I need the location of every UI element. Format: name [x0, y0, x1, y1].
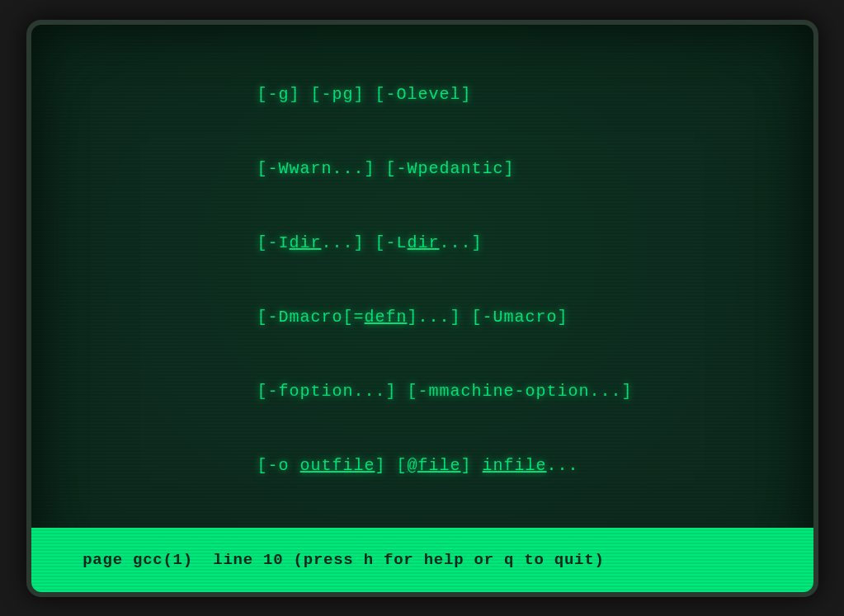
line-text: [-g] [-pg] [-Olevel] [257, 85, 472, 104]
terminal-line: [-Dmacro[=defn]...] [-Umacro] [73, 280, 772, 355]
status-bar-text: page gcc(1) line 10 (press h for help or… [83, 551, 604, 569]
terminal-screen: [-g] [-pg] [-Olevel] [-Wwarn...] [-Wpeda… [31, 25, 813, 528]
line-text: [-o outfile] [@file] infile... [257, 456, 579, 475]
terminal-line: [-g] [-pg] [-Olevel] [73, 58, 772, 132]
terminal-line: [-foption...] [-mmachine-option...] [73, 355, 772, 429]
terminal-content: [-g] [-pg] [-Olevel] [-Wwarn...] [-Wpeda… [73, 58, 772, 528]
terminal-line: [-Idir...] [-Ldir...] [73, 206, 772, 280]
status-bar: page gcc(1) line 10 (press h for help or… [31, 528, 813, 592]
line-text: [-Idir...] [-Ldir...] [257, 233, 483, 252]
line-text: [-Wwarn...] [-Wpedantic] [257, 159, 515, 178]
terminal-line: [-o outfile] [@file] infile... [73, 429, 772, 503]
line-text: [-foption...] [-mmachine-option...] [257, 382, 633, 401]
terminal-blank-line [73, 503, 772, 528]
monitor: [-g] [-pg] [-Olevel] [-Wwarn...] [-Wpeda… [26, 20, 818, 597]
line-text: [-Dmacro[=defn]...] [-Umacro] [257, 308, 568, 327]
terminal-line: [-Wwarn...] [-Wpedantic] [73, 132, 772, 206]
